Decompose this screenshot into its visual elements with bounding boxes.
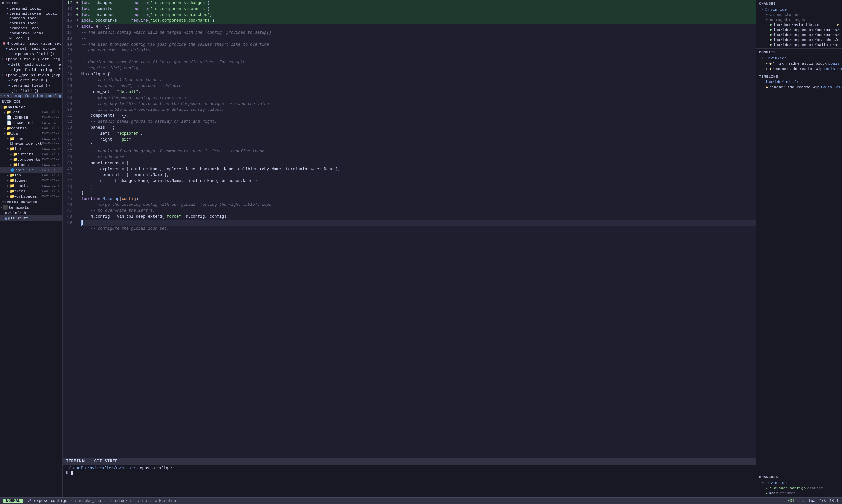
code-line-47: M.config = vim.tbl_deep_extend("force", …: [81, 214, 756, 220]
tree-trees[interactable]: 📁 trees rwxi-xi-x: [0, 188, 63, 194]
outline-header: OUTLINE: [0, 0, 63, 6]
outline-item-terminal-field[interactable]: ✦ terminal field {}: [0, 83, 63, 88]
terminal-body[interactable]: ~/.config/nvim/after/nvim-ide expose-con…: [63, 465, 756, 498]
changes-file-3[interactable]: ● lua/ide/components/bookmarks/coM: [756, 32, 842, 37]
tb-zsh[interactable]: ▣ /bin/zsh: [0, 210, 63, 215]
code-line-18: -- and can ommit any defaults.: [81, 48, 756, 53]
tree-docs[interactable]: 📁 docs rwxi-xi-x: [0, 136, 63, 141]
branch-main[interactable]: ▸ main efe8fef: [756, 490, 842, 496]
diff-stat: +31: [788, 499, 795, 503]
outline-item-bookmarks[interactable]: ~ bookmarks local: [0, 31, 63, 36]
editor-area: 12 13 14 15 16 17 18 19 20 21 22 23 24 2…: [63, 0, 756, 498]
right-spacer: [756, 91, 842, 473]
changes-file-5[interactable]: ● lua/ide/components/callhierarchM: [756, 42, 842, 47]
code-line-45: -- merge the incoming config with our gl…: [81, 202, 756, 208]
changes-staged[interactable]: Staged Changes: [756, 12, 842, 17]
outline-item-mconfig[interactable]: ⊞ M.config field (icon_set: [0, 40, 63, 46]
timeline-file[interactable]: □ lua/ide/init.lua: [756, 79, 842, 85]
code-line-29: components = {},: [81, 113, 756, 119]
code-line-22: M.config = {: [81, 71, 756, 77]
code-line-25: icon_set = "default",: [81, 89, 756, 95]
changes-file-4[interactable]: ● lua/ide/components/branches/coM: [756, 37, 842, 42]
outline-item-changes[interactable]: ~ changes local: [0, 16, 63, 21]
code-line-16: --: [81, 36, 756, 41]
tree-buffers[interactable]: 📁 buffers rwxi-xi-x: [0, 151, 63, 157]
tree-git[interactable]: 📁 .git rwxi-xi-x: [0, 109, 63, 115]
code-line-38: explorer = { outline.Name, explorer.Name…: [81, 166, 756, 172]
code-line-36: -- or add more.: [81, 155, 756, 160]
tree-lib[interactable]: 📁 lib rwxi-xi-x: [0, 173, 63, 178]
tree-logger[interactable]: 📁 logger rwxi-xi-x: [0, 178, 63, 183]
nvim-ide-header: NVIM-IDE: [0, 98, 63, 104]
filetype: lua: [808, 499, 815, 503]
tree-ide[interactable]: 📁 ide rwxi-xi-x: [0, 146, 63, 151]
code-line-21: -- require('ide').config.: [81, 65, 756, 71]
changes-repo[interactable]: □ nvim-ide: [756, 6, 842, 12]
branch-expose-configs[interactable]: ▸ * expose-configs efe8fef: [756, 485, 842, 490]
code-line-48: [81, 220, 756, 226]
outline-item-branches[interactable]: ~ branches local: [0, 26, 63, 31]
tb-terminals[interactable]: ⬛ terminals: [0, 205, 63, 210]
breadcrumb-arrow: ›: [70, 499, 72, 503]
status-bar: NORMAL ⎇ expose-configs › sumneko_lua › …: [0, 498, 842, 504]
outline-item-m-local[interactable]: ~ M local {}: [0, 36, 63, 40]
changes-unstaged[interactable]: Unstaged Changes: [756, 17, 842, 22]
tree-workspaces[interactable]: 📁 workspaces rwxi-xi-x: [0, 194, 63, 199]
terminalbrowser-header: TERMINALBROWSER: [0, 199, 63, 205]
changes-section-header: CHANGES: [756, 0, 842, 6]
timeline-section-header: TIMELINE: [756, 73, 842, 79]
diff-markers: + + + + +: [75, 0, 80, 458]
tree-nvimide-txt[interactable]: 🗒 nvim-ide.txt rw-r--r--: [0, 141, 63, 146]
code-line-12c: local branches = require('ide.components…: [81, 12, 756, 18]
code-line-42: }: [81, 190, 756, 196]
changes-file-2[interactable]: ● lua/ide/components/bookmarks/coM: [756, 28, 842, 32]
tree-lua[interactable]: 📁 lua rwxi-xi-x: [0, 131, 63, 136]
outline-item-right[interactable]: ✦ right field string = ": [0, 67, 63, 72]
breadcrumb-path: lua/ide/init.lua: [109, 499, 147, 503]
outline-item-terminal[interactable]: ~ terminal local: [0, 6, 63, 11]
tree-panels[interactable]: 📁 panels rwxi-xi-x: [0, 183, 63, 188]
tree-initlua[interactable]: 🔷 init.lua rw-r--r--: [0, 167, 63, 173]
nvim-ide-root[interactable]: 📁 nvim-ide: [0, 104, 63, 109]
code-line-24: -- values: "nerd", "codicon", "default": [81, 83, 756, 89]
changes-section: CHANGES □ nvim-ide Staged Changes Unstag…: [756, 0, 842, 49]
commit-2[interactable]: ▸ ◆ readme: add readme wip Louis DeLos: [756, 66, 842, 71]
code-line-33: right = "git": [81, 137, 756, 143]
changes-file-1[interactable]: ● lua/docs/nvim-ide.txt M: [756, 22, 842, 28]
tree-readme[interactable]: 📄 README.md rw-i--i--: [0, 120, 63, 125]
branches-section: BRANCHES □ nvim-ide ▸ * expose-configs e…: [756, 473, 842, 498]
tree-contrib[interactable]: 📁 contrib rwxi-xi-x: [0, 125, 63, 131]
outline-item-iconset[interactable]: ✦ icon_set field string =: [0, 46, 63, 51]
outline-item-components[interactable]: ✦ components field {}: [0, 51, 63, 56]
tb-gitstuff[interactable]: ▣ git stuff: [0, 215, 63, 221]
code-line-40: git = { changes.Name, commits.Name, time…: [81, 178, 756, 184]
outline-item-terminalbrowser[interactable]: ~ terminalbrowser local: [0, 11, 63, 16]
code-line-12d: local bookmarks = require('ide.component…: [81, 18, 756, 24]
code-line-15: -- The default config which will be merg…: [81, 30, 756, 36]
terminal-area: TERMINAL - GIT STUFF ~/.config/nvim/afte…: [63, 458, 756, 498]
code-line-49: -- configure the global icon set.: [81, 226, 756, 232]
branches-repo[interactable]: □ nvim-ide: [756, 480, 842, 485]
outline-item-panels[interactable]: ⊞ panels field {left, rig: [0, 56, 63, 62]
outline-item-panelgroups[interactable]: ⊞ panel_groups field (exp: [0, 72, 63, 77]
outline-item-commits[interactable]: ~ commits local: [0, 21, 63, 26]
tree-components[interactable]: 📁 components rwxi-xi-x: [0, 157, 63, 162]
code-line-28: -- is a table which overrides any defaul…: [81, 107, 756, 113]
outline-item-explorer[interactable]: ✦ explorer field {}: [0, 77, 63, 83]
terminalbrowser-section: TERMINALBROWSER ⬛ terminals ▣ /bin/zsh ▣…: [0, 199, 63, 221]
code-line-17: -- The user provided config may just pro…: [81, 41, 756, 48]
code-line-26: -- place Component config overrides here…: [81, 95, 756, 101]
commit-1[interactable]: ▸ ◆ * fix readme ascii block Louis Del: [756, 61, 842, 66]
commits-repo[interactable]: □ nvim-ide: [756, 55, 842, 61]
status-right: +31 ◁ ▷ lua 77% 48:1: [788, 498, 839, 503]
outline-item-msetup[interactable]: ƒ M.setup function (config: [0, 93, 63, 98]
timeline-entry-1[interactable]: ◆ readme: add readme wip Louis DeLosS: [756, 85, 842, 90]
nav-arrows[interactable]: ◁ ▷: [798, 498, 805, 503]
tree-icons[interactable]: 📁 icons rwxi-xi-x: [0, 162, 63, 167]
terminal-command: ~/.config/nvim/after/nvim-ide expose-con…: [66, 466, 753, 471]
right-panel: CHANGES □ nvim-ide Staged Changes Unstag…: [756, 0, 842, 498]
outline-item-git-field[interactable]: ✦ git field {}: [0, 88, 63, 93]
code-line-23: -- the global icon set to use.: [81, 77, 756, 83]
outline-item-left[interactable]: ✦ left field string = "e: [0, 62, 63, 67]
tree-license[interactable]: 📄 LICENSE rw-r--r--: [0, 115, 63, 120]
